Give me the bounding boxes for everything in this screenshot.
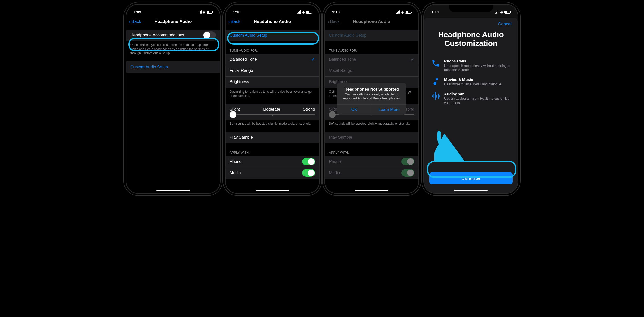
- status-icons: ◈: [495, 10, 511, 14]
- apply-label: Media: [230, 171, 241, 175]
- apply-media-toggle[interactable]: [302, 169, 315, 177]
- apply-phone-toggle[interactable]: [302, 158, 315, 165]
- alert-message: Custom settings are only available for s…: [337, 92, 406, 104]
- custom-audio-setup-row[interactable]: Custom Audio Setup: [126, 61, 220, 73]
- feature-desc: Hear speech more clearly without needing…: [444, 64, 511, 72]
- checkmark-icon: ✓: [311, 57, 315, 62]
- home-indicator[interactable]: [454, 190, 488, 191]
- boost-slider[interactable]: [230, 114, 315, 115]
- chevron-left-icon: ‹: [129, 18, 131, 25]
- nav-bar: ‹ Back Headphone Audio: [325, 16, 418, 27]
- chevron-left-icon: ‹: [228, 18, 230, 25]
- alert-title: Headphones Not Supported: [337, 83, 406, 92]
- feature-desc: Use an audiogram from Health to customiz…: [444, 97, 511, 105]
- tune-footer: Optimizing for balanced tone will provid…: [226, 88, 319, 98]
- tune-brightness-row[interactable]: Brightness: [226, 77, 319, 88]
- screen: 1:10 ◈ ‹ Back Headphone Audio Custom Aud…: [325, 5, 418, 193]
- back-button: ‹ Back: [327, 18, 340, 25]
- tune-label: Brightness: [230, 80, 249, 84]
- waveform-icon: [431, 92, 440, 100]
- apply-phone-row: Phone: [325, 156, 418, 167]
- battery-icon: [306, 11, 312, 14]
- status-icons: ◈: [198, 10, 213, 14]
- back-label: Back: [330, 19, 340, 24]
- wifi-icon: ◈: [302, 10, 305, 14]
- status-time: 1:09: [133, 10, 141, 14]
- status-time: 1:10: [233, 10, 240, 14]
- feature-audiogram: Audiogram Use an audiogram from Health t…: [424, 89, 518, 108]
- back-button[interactable]: ‹ Back: [129, 18, 141, 25]
- slider-footer: Soft sounds will be boosted slightly, mo…: [226, 120, 319, 126]
- accommodations-toggle[interactable]: [203, 31, 216, 39]
- boost-slider-cell: Slight Moderate Strong: [226, 104, 319, 120]
- accommodations-label: Headphone Accommodations: [130, 33, 184, 38]
- tune-vocal-row: Vocal Range: [325, 65, 418, 77]
- apply-label: Phone: [230, 159, 242, 164]
- alert-dialog: Headphones Not Supported Custom settings…: [337, 83, 406, 115]
- tune-balanced-row: Balanced Tone ✓: [325, 54, 418, 65]
- custom-audio-label: Custom Audio Setup: [230, 33, 267, 38]
- phone-1: 1:09 ◈ ‹ Back Headphone Audio Headphone …: [126, 4, 221, 194]
- notch: [151, 5, 195, 12]
- nav-bar: ‹ Back Headphone Audio: [226, 16, 319, 27]
- sheet-nav: Cancel: [424, 18, 518, 30]
- alert-ok-button[interactable]: OK: [337, 105, 372, 115]
- apply-phone-toggle: [401, 158, 414, 165]
- modal-sheet: Cancel Headphone Audio Customization Pho…: [424, 18, 518, 193]
- apply-phone-row[interactable]: Phone: [226, 156, 319, 167]
- play-sample-label: Play Sample: [230, 135, 253, 140]
- nav-bar: ‹ Back Headphone Audio: [126, 16, 220, 27]
- headphone-accommodations-row[interactable]: Headphone Accommodations: [126, 30, 220, 41]
- continue-label: Continue: [461, 176, 480, 181]
- feature-title: Phone Calls: [444, 59, 511, 63]
- home-indicator[interactable]: [256, 190, 289, 191]
- screen: 1:09 ◈ ‹ Back Headphone Audio Headphone …: [126, 5, 220, 193]
- chevron-left-icon: ‹: [327, 18, 329, 25]
- slider-slight-label: Slight: [230, 107, 240, 112]
- annotation-arrow-icon: [434, 128, 468, 161]
- cellular-icon: [198, 10, 202, 14]
- feature-movies-music: Movies & Music Hear more musical detail …: [424, 75, 518, 89]
- apply-header: APPLY WITH:: [226, 149, 319, 156]
- cellular-icon: [495, 10, 500, 14]
- tune-header: TUNE AUDIO FOR:: [226, 47, 319, 54]
- continue-button[interactable]: Continue: [429, 172, 513, 184]
- battery-icon: [504, 11, 511, 14]
- screen: 1:11 ◈ Cancel Headphone Audio Customizat…: [424, 5, 518, 193]
- music-note-icon: [431, 77, 440, 86]
- custom-audio-setup-row[interactable]: Custom Audio Setup: [226, 30, 319, 41]
- slider-thumb[interactable]: [230, 111, 236, 118]
- back-label: Back: [231, 19, 240, 24]
- checkmark-icon: ✓: [410, 57, 414, 62]
- notch: [251, 5, 294, 12]
- status-time: 1:10: [332, 10, 340, 14]
- phone-icon: [431, 59, 440, 68]
- notch: [449, 5, 493, 12]
- cellular-icon: [396, 10, 400, 14]
- accommodations-footer: Once enabled, you can customize the audi…: [126, 41, 220, 55]
- phone-4: 1:11 ◈ Cancel Headphone Audio Customizat…: [423, 4, 518, 194]
- back-label: Back: [131, 19, 141, 24]
- tune-vocal-row[interactable]: Vocal Range: [226, 65, 319, 77]
- battery-icon: [405, 11, 411, 14]
- apply-media-row[interactable]: Media: [226, 167, 319, 179]
- alert-learn-more-button[interactable]: Learn More: [372, 105, 407, 115]
- home-indicator[interactable]: [156, 190, 190, 191]
- tune-balanced-row[interactable]: Balanced Tone ✓: [226, 54, 319, 65]
- tune-label: Vocal Range: [230, 68, 253, 73]
- screen: 1:10 ◈ ‹ Back Headphone Audio Custom Aud…: [226, 5, 319, 193]
- feature-phone-calls: Phone Calls Hear speech more clearly wit…: [424, 56, 518, 75]
- slider-moderate-label: Moderate: [263, 107, 280, 112]
- custom-audio-setup-row: Custom Audio Setup: [325, 30, 418, 41]
- status-icons: ◈: [396, 10, 412, 14]
- phone-3: 1:10 ◈ ‹ Back Headphone Audio Custom Aud…: [324, 4, 419, 194]
- cancel-button[interactable]: Cancel: [498, 22, 514, 27]
- back-button[interactable]: ‹ Back: [228, 18, 240, 25]
- sheet-title: Headphone Audio Customization: [424, 30, 518, 51]
- slider-strong-label: Strong: [303, 107, 315, 112]
- home-indicator[interactable]: [355, 190, 388, 191]
- notch: [350, 5, 393, 12]
- custom-audio-label: Custom Audio Setup: [130, 65, 168, 69]
- play-sample-row[interactable]: Play Sample: [226, 132, 319, 143]
- wifi-icon: ◈: [203, 10, 205, 14]
